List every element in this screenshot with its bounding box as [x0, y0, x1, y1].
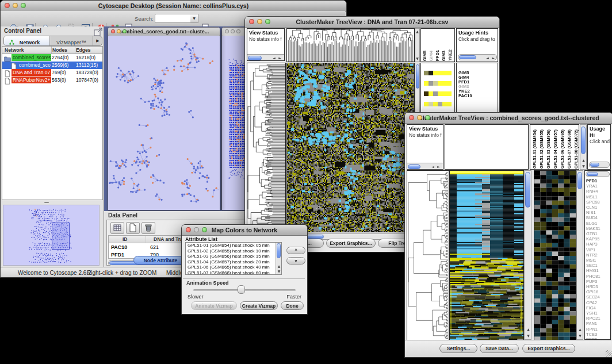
settings-button[interactable]: Settings...	[439, 344, 477, 353]
gene-label[interactable]: PHO81	[585, 274, 611, 279]
view-status-scrollbar[interactable]: ◄ ►	[247, 54, 284, 60]
attribute-item[interactable]: GPL51-01 (GSM854) heat shock 05 min	[186, 243, 281, 248]
attribute-item[interactable]: GPL51-04 (GSM857) heat shock 20 min	[186, 259, 281, 265]
summary-matrix[interactable]	[424, 71, 452, 98]
create-vizmap-button[interactable]: Create Vizmap	[240, 301, 278, 310]
gene-label[interactable]: PUF3	[585, 279, 611, 284]
usage-hints-scrollbar[interactable]: ◄ ►	[458, 54, 497, 60]
move-up-button[interactable]: ^	[286, 247, 305, 254]
zoom-window-icon[interactable]	[425, 115, 430, 120]
column-dendrogram-panel[interactable]	[445, 124, 529, 170]
window-controls[interactable]	[111, 29, 127, 33]
treeview-dna-titlebar[interactable]: ClusterMaker TreeView : DNA and Tran 07-…	[245, 17, 499, 28]
network-row[interactable]: DNA and Tran 07769(0)183728(0)	[2, 69, 102, 76]
matrix-column-label[interactable]: GPL51-08 (GSM872)	[573, 129, 579, 168]
attribute-list-scrollbar[interactable]: ▲ ▼	[276, 243, 281, 274]
network-row[interactable]: combined_scores2764(0)16218(0)	[2, 54, 102, 62]
gene-label[interactable]: HRD3	[585, 284, 611, 289]
close-icon[interactable]	[186, 227, 191, 232]
minimize-icon[interactable]	[417, 115, 422, 120]
expression-heatmap-canvas[interactable]	[449, 170, 524, 341]
tab-node-attribute-browser[interactable]: Node Attribute Brows...	[133, 256, 188, 265]
search-dropdown-icon[interactable]: ▼	[190, 14, 198, 23]
minimize-icon[interactable]	[194, 227, 199, 232]
zoom-vscrollbar[interactable]: ▲ ▼	[576, 170, 583, 340]
attribute-item[interactable]: GPL51-03 (GSM856) heat shock 15 min	[186, 254, 281, 259]
gene-label[interactable]: MAK31	[585, 226, 611, 231]
new-page-icon[interactable]	[126, 222, 140, 234]
network-overview-canvas[interactable]	[3, 205, 100, 266]
speed-slider-thumb[interactable]	[238, 285, 245, 294]
matrix-column-label[interactable]: GPL51-07 (GSM868)	[567, 129, 572, 168]
matrix-column-label[interactable]: GPL51-04 (GSM857)	[553, 129, 558, 168]
window-controls[interactable]	[249, 19, 270, 24]
tabs-overflow-button[interactable]: ▶	[93, 36, 102, 45]
gene-label[interactable]: RPN1	[585, 327, 611, 332]
network-window-1[interactable]: combined_scores_good.txt--cluste...	[108, 27, 220, 210]
done-button[interactable]: Done	[281, 301, 304, 310]
gene-label[interactable]: HMG1	[585, 268, 611, 273]
trash-icon[interactable]	[141, 222, 155, 234]
close-icon[interactable]	[249, 19, 254, 24]
network-row[interactable]: RNAPuberNov2+563(0)107847(0)	[2, 76, 102, 84]
zoom-window-icon[interactable]	[202, 227, 207, 232]
gene-label[interactable]: TCB3	[585, 332, 611, 337]
matrix-column-label[interactable]: GIM4	[429, 51, 434, 61]
close-icon[interactable]	[409, 115, 414, 120]
tab-vizmapper[interactable]: VizMapper™	[50, 36, 93, 45]
close-icon[interactable]	[225, 29, 229, 33]
dendrogram-vscrollbar[interactable]: ▲ ▼	[415, 28, 420, 62]
map-colors-dialog[interactable]: Map Colors to Network Attribute List GPL…	[181, 224, 308, 315]
labels-vscrollbar[interactable]: ▲ ▼	[580, 124, 587, 170]
matrix-column-label[interactable]: GPL51-03 (GSM856)	[546, 129, 551, 168]
minimize-icon[interactable]	[117, 29, 121, 33]
matrix-column-label[interactable]: GIM3	[441, 51, 446, 61]
gene-label[interactable]: SEC24	[585, 294, 611, 300]
window-controls[interactable]	[5, 3, 26, 8]
network-canvas-1[interactable]	[109, 36, 219, 210]
gene-label[interactable]: SEC1	[585, 263, 611, 268]
panel-divider[interactable]	[2, 201, 103, 204]
gene-label[interactable]: KAP95	[585, 236, 611, 242]
gene-label[interactable]: MSI1	[585, 258, 611, 263]
attribute-item[interactable]: GPL51-02 (GSM855) heat shock 10 min	[186, 248, 281, 254]
gene-label[interactable]: RNR4	[585, 189, 611, 194]
window-controls[interactable]	[409, 115, 430, 120]
gene-label[interactable]: VIP1	[585, 247, 611, 252]
matrix-column-label[interactable]: GPL51-02 (GSM855)	[539, 129, 544, 168]
matrix-row-label[interactable]: PAC10	[457, 94, 472, 98]
float-panel-icon[interactable]	[94, 27, 101, 34]
matrix-column-label[interactable]: PAC10	[454, 47, 455, 61]
column-dendrogram-canvas[interactable]	[286, 28, 415, 62]
minimize-icon[interactable]	[231, 29, 235, 33]
zoom-window-icon[interactable]	[21, 3, 26, 8]
gene-list-hscrollbar[interactable]	[586, 171, 610, 177]
gene-label[interactable]: GPI16	[585, 289, 611, 294]
attribute-item[interactable]: GPL51-06 (GSM865) heat shock 40 min	[186, 265, 281, 270]
zoom-window-icon[interactable]	[123, 29, 127, 33]
matrix-column-label[interactable]: GPL51-06 (GSM865)	[560, 129, 565, 168]
treeview-combined-window[interactable]: ClusterMaker TreeView : combined_scores_…	[404, 112, 612, 358]
gene-label[interactable]: BUD4	[585, 215, 611, 220]
minimize-icon[interactable]	[257, 19, 262, 24]
gene-label[interactable]: FIG4	[585, 305, 611, 311]
close-icon[interactable]	[5, 3, 10, 8]
export-graphics-button[interactable]: Export Graphics...	[522, 344, 575, 353]
gene-label[interactable]: ELG1	[585, 221, 611, 226]
matrix-column-label[interactable]: GIM5	[422, 51, 427, 61]
zoom-heatmap-canvas[interactable]	[534, 170, 576, 341]
main-window-titlebar[interactable]: Cytoscape Desktop (Session Name: collins…	[1, 1, 346, 12]
gene-label[interactable]: PFD1	[585, 178, 611, 183]
gene-label[interactable]: YSH1	[585, 311, 611, 316]
move-down-button[interactable]: v	[286, 257, 305, 265]
gene-label[interactable]: NIS1	[585, 210, 611, 215]
export-graphics-button[interactable]: Export Graphics...	[326, 239, 376, 248]
network-row[interactable]: combined_sco2569(6)13112(15)	[2, 62, 102, 69]
zoom-window-icon[interactable]	[265, 19, 270, 24]
gene-label[interactable]: GTB1	[585, 231, 611, 236]
gene-label[interactable]: MSL1	[585, 194, 611, 200]
minimize-icon[interactable]	[13, 3, 18, 8]
matrix-column-label[interactable]: PFD1	[435, 50, 440, 61]
row-dendrogram-canvas[interactable]	[247, 63, 286, 232]
heatmap-canvas[interactable]	[286, 63, 415, 232]
